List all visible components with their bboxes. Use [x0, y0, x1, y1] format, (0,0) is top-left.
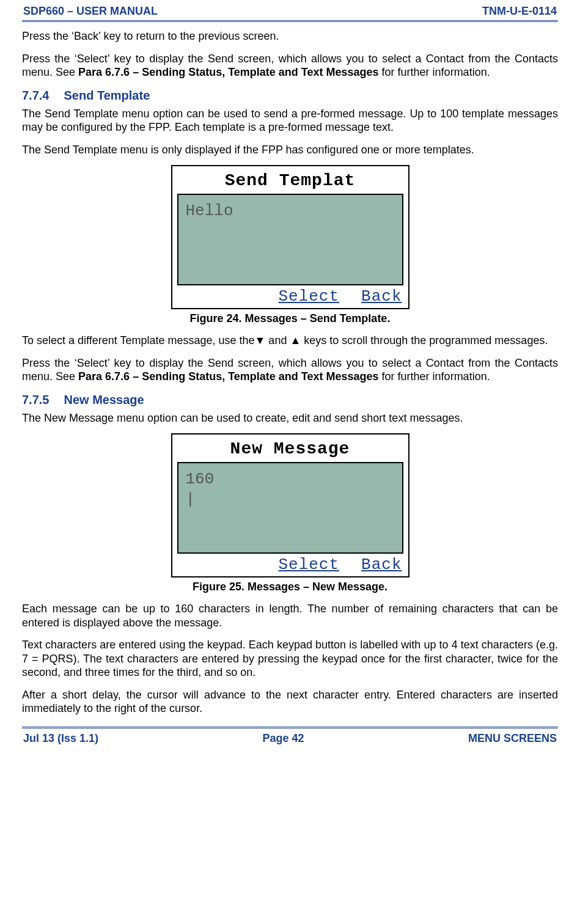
heading-number: 7.7.4	[22, 88, 49, 103]
header-divider	[22, 20, 558, 22]
device-screen: Hello	[177, 194, 403, 285]
heading-title: New Message	[64, 393, 144, 406]
page-content: Press the ‘Back’ key to return to the pr…	[22, 29, 558, 716]
s774-p4: Press the ‘Select’ key to display the Se…	[22, 356, 558, 384]
heading-new-message: 7.7.5New Message	[22, 392, 558, 408]
s774-p2: The Send Template menu is only displayed…	[22, 143, 558, 157]
softkey-select[interactable]: Select	[278, 287, 339, 306]
figure-25-caption: Figure 25. Messages – New Message.	[22, 580, 558, 594]
s774-p3: To select a different Template message, …	[22, 334, 558, 348]
intro-p1: Press the ‘Back’ key to return to the pr…	[22, 29, 558, 43]
s775-p3: Text characters are entered using the ke…	[22, 638, 558, 680]
intro-p2c: for further information.	[379, 66, 490, 78]
heading-title: Send Template	[64, 89, 150, 102]
footer-left: Jul 13 (Iss 1.1)	[23, 732, 98, 745]
page-footer: Jul 13 (Iss 1.1) Page 42 MENU SCREENS	[22, 728, 558, 757]
s774-p1: The Send Template menu option can be use…	[22, 107, 558, 134]
figure-24-caption: Figure 24. Messages – Send Template.	[22, 312, 558, 326]
s775-p2: Each message can be up to 160 characters…	[22, 602, 558, 629]
intro-p2b: Para 6.7.6 – Sending Status, Template an…	[78, 66, 379, 78]
device-softkeys: SelectBack	[177, 554, 403, 575]
header-left: SDP660 – USER MANUAL	[23, 5, 158, 18]
footer-right: MENU SCREENS	[468, 732, 557, 745]
device-list-item[interactable]: Hello	[186, 201, 395, 221]
device-new-message: New Message 160 | SelectBack	[171, 433, 409, 578]
s774-p4c: for further information.	[379, 370, 490, 383]
heading-send-template: 7.7.4Send Template	[22, 88, 558, 103]
s775-p4: After a short delay, the cursor will adv…	[22, 688, 558, 716]
heading-number: 7.7.5	[22, 392, 49, 408]
softkey-select[interactable]: Select	[278, 556, 339, 574]
page-header: SDP660 – USER MANUAL TNM-U-E-0114	[22, 0, 558, 20]
device-softkeys: SelectBack	[177, 285, 403, 307]
softkey-back[interactable]: Back	[361, 556, 402, 574]
footer-center: Page 42	[263, 732, 304, 745]
device-title: New Message	[177, 438, 403, 460]
text-cursor: |	[186, 490, 395, 510]
s774-p4b: Para 6.7.6 – Sending Status, Template an…	[78, 370, 379, 383]
char-count: 160	[186, 469, 395, 490]
device-screen[interactable]: 160 |	[177, 462, 403, 554]
device-send-template: Send Templat Hello SelectBack	[171, 165, 409, 309]
device-title: Send Templat	[177, 170, 403, 191]
intro-p2: Press the ‘Select’ key to display the Se…	[22, 52, 558, 79]
header-right: TNM-U-E-0114	[482, 5, 557, 18]
softkey-back[interactable]: Back	[361, 287, 402, 306]
s775-p1: The New Message menu option can be used …	[22, 411, 558, 425]
